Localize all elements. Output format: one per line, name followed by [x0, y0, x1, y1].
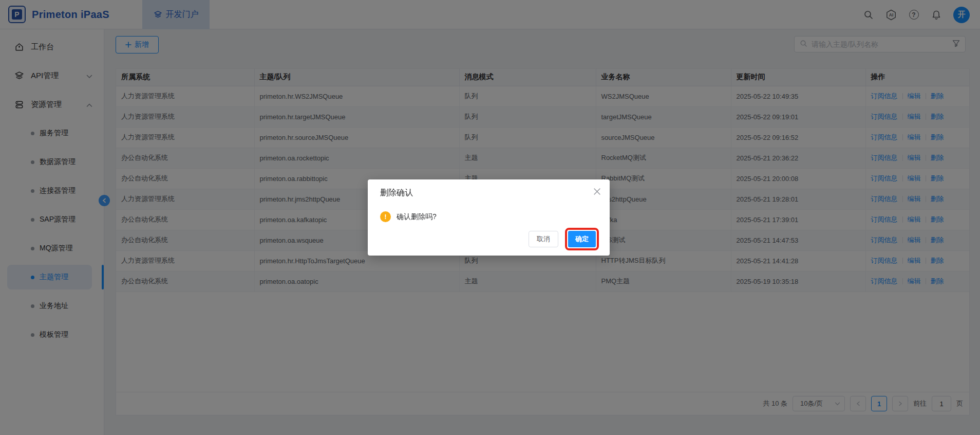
close-icon[interactable]: [592, 187, 601, 196]
warning-icon: !: [380, 211, 391, 222]
cancel-button[interactable]: 取消: [529, 231, 558, 247]
delete-confirm-dialog: 删除确认 ! 确认删除吗? 取消 确定: [368, 179, 610, 256]
dialog-message: 确认删除吗?: [397, 212, 437, 222]
dialog-title: 删除确认: [380, 188, 413, 198]
confirm-click-annotation: 确定: [565, 228, 599, 250]
dialog-footer: 取消 确定: [529, 228, 599, 250]
confirm-button[interactable]: 确定: [568, 231, 596, 247]
dialog-body: ! 确认删除吗?: [380, 211, 437, 222]
